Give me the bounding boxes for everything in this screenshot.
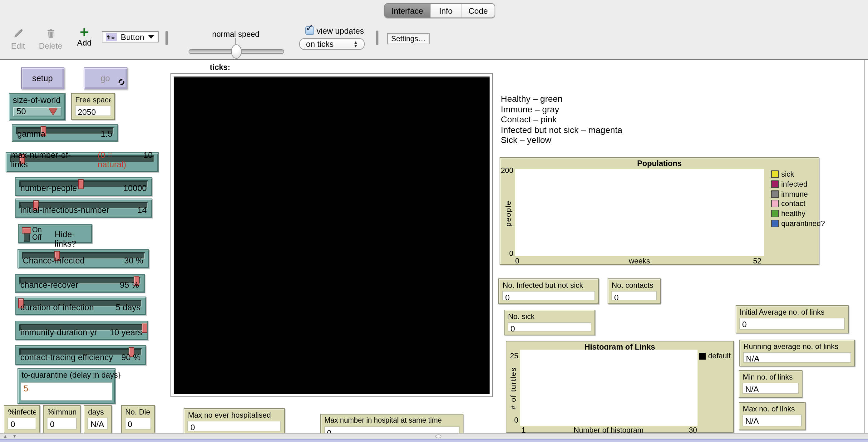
edit-button[interactable]: Edit (9, 28, 28, 51)
immunity-duration-slider[interactable]: immunity-duration-yr10 years (15, 321, 148, 340)
chevron-down-icon (148, 35, 154, 39)
slider-value: 95 % (120, 280, 139, 290)
widget-type-value: Button (121, 32, 144, 41)
speed-label: normal speed (189, 30, 283, 39)
switch-on-label: On (32, 226, 42, 233)
tab-interface[interactable]: Interface (385, 4, 430, 18)
slider-label: contact-tracing efficiency (20, 353, 113, 362)
legend-item-default: default (699, 351, 731, 360)
chooser-dropdown[interactable]: 50 (12, 106, 62, 117)
y-min-label: 0 (500, 249, 513, 258)
slider-label: Chance-Infected (23, 256, 85, 265)
check-icon: ✓ (305, 22, 314, 34)
y-axis-label: people (504, 195, 513, 232)
chance-recover-slider[interactable]: chance-recover95 % (15, 274, 145, 293)
add-button[interactable]: + Add (74, 26, 95, 48)
settings-button[interactable]: Settings… (387, 33, 430, 44)
legend-swatch (771, 220, 779, 227)
initial-avg-links-monitor: Initial Average no. of links0 (735, 305, 849, 333)
chooser-label: size-of-world (13, 95, 65, 104)
number-people-slider[interactable]: number-people10000 (15, 177, 152, 196)
chance-infected-slider[interactable]: Chance-Infected30 % (17, 249, 149, 269)
plot-area (520, 349, 697, 426)
tab-code[interactable]: Code (461, 4, 495, 18)
color-key-note: Healthy – green Immune – gray Contact – … (501, 94, 725, 146)
view-updates-checkbox[interactable]: ✓ (305, 26, 314, 35)
update-mode-select[interactable]: on ticks ▲▼ (299, 38, 365, 50)
legend-line: Healthy – green (501, 94, 725, 104)
no-sick-monitor: No. sick0 (504, 309, 595, 335)
slider-thumb[interactable] (142, 322, 147, 333)
plot-area (515, 169, 764, 256)
plus-icon: + (74, 26, 95, 38)
to-quarantine-input: to-quarantine (delay in days} 5 (17, 368, 116, 404)
widget-type-select[interactable]: ◆abc Button (102, 31, 159, 42)
legend-line: Infected but not sick – magenta (501, 125, 725, 135)
button-widget-icon: ◆abc (106, 33, 117, 41)
legend-line: Contact – pink (501, 114, 725, 125)
legend-line: Sick – yellow (501, 135, 725, 146)
legend-item-immune: immune (771, 189, 808, 198)
window-scrollbar-strip[interactable] (0, 439, 868, 442)
slider-label: immunity-duration-yr (20, 328, 97, 337)
edit-label: Edit (9, 41, 28, 51)
gamma-slider[interactable]: gamma1.5 (11, 124, 118, 142)
pencil-icon (13, 30, 23, 40)
legend-swatch (771, 170, 779, 178)
toolbar-separator-2 (376, 31, 378, 45)
slider-label: initial-infectious-number (20, 205, 109, 215)
max-number-of-links-slider[interactable]: max-number-of-links(0 = natural)10 (5, 152, 158, 172)
scroll-arrows-icon[interactable]: ▲ ▼ (3, 434, 19, 438)
min-links-monitor: Min no. of linksN/A (738, 370, 802, 398)
speed-slider-thumb[interactable] (231, 44, 242, 59)
input-field[interactable]: 5 (20, 382, 113, 401)
pct-infected-monitor: %infected0 (4, 405, 40, 433)
slider-value: 5 days (116, 303, 141, 312)
legend-item-infected: infected (771, 180, 807, 189)
toolbar-separator (165, 31, 168, 45)
scrollbar-thumb[interactable] (435, 435, 441, 438)
slider-label: chance-recover (20, 280, 79, 290)
y-min-label: 0 (506, 416, 518, 424)
ticks-label: ticks: (210, 63, 261, 72)
duration-of-infection-slider[interactable]: duration of infection5 days (15, 296, 146, 315)
y-max-label: 25 (506, 351, 518, 360)
slider-label: duration of infection (20, 303, 94, 312)
size-of-world-chooser[interactable]: size-of-world 50 (8, 93, 65, 120)
y-axis-label: # of turtles (509, 365, 518, 411)
legend-swatch (771, 181, 779, 188)
initial-infectious-number-slider[interactable]: initial-infectious-number14 (15, 198, 152, 218)
go-button[interactable]: go (83, 67, 127, 89)
legend-item-healthy: healthy (771, 209, 805, 218)
tab-info[interactable]: Info (430, 4, 461, 18)
chooser-value: 50 (17, 107, 26, 116)
slider-value: 90 % (121, 353, 141, 362)
histogram-of-links-plot: Histogram of Links 25 0 # of turtles 1 N… (506, 341, 734, 433)
legend-swatch (771, 190, 779, 198)
legend-swatch (699, 352, 706, 359)
world-view (170, 73, 493, 397)
world-canvas (174, 76, 490, 393)
populations-plot: Populations 200 0 people 0 weeks 52 sick… (500, 157, 819, 265)
legend-item-quarantined: quarantined? (771, 219, 825, 228)
update-mode-value: on ticks (306, 39, 334, 49)
legend-swatch (771, 200, 779, 208)
setup-button[interactable]: setup (21, 67, 64, 89)
delete-button[interactable]: Delete (37, 28, 64, 51)
slider-value: 30 % (124, 256, 143, 265)
pct-immune-monitor: %immune0 (43, 405, 81, 433)
x-axis-label: weeks (515, 257, 764, 265)
contact-tracing-slider[interactable]: contact-tracing efficiency90 % (15, 345, 146, 365)
delete-label: Delete (37, 41, 64, 51)
horizontal-scrollbar[interactable]: ▲ ▼ (0, 433, 868, 439)
hide-links-switch[interactable]: On Off Hide-links? (18, 224, 92, 244)
free-space-monitor: Free space 2050 (71, 93, 115, 120)
no-infected-not-sick-monitor: No. Infected but not sick0 (498, 278, 599, 304)
legend-line: Immune – gray (501, 104, 725, 114)
add-label: Add (74, 38, 95, 48)
up-down-arrows-icon: ▲▼ (353, 40, 358, 48)
slider-value: 10 (143, 151, 153, 160)
slider-note: (0 = natural) (98, 151, 143, 169)
switch-label: Hide-links? (55, 229, 91, 248)
switch-knob[interactable] (22, 227, 31, 233)
